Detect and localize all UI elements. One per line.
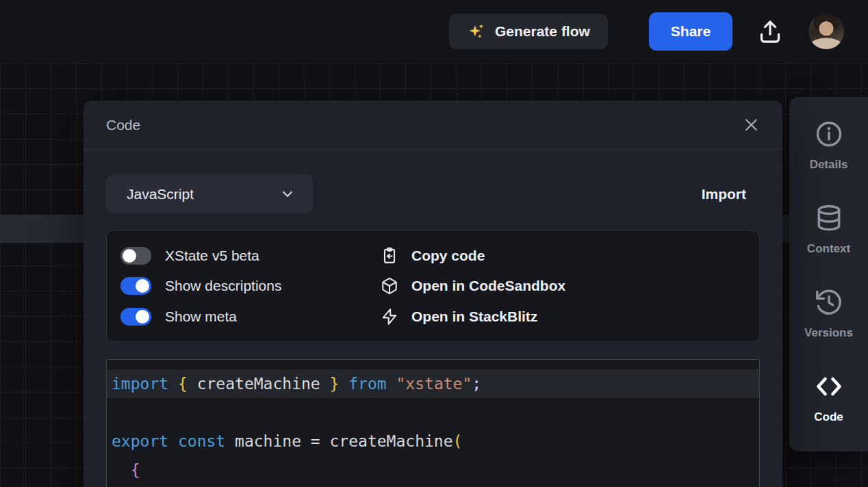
stackblitz-icon	[381, 308, 398, 326]
top-bar: Generate flow Share	[0, 0, 868, 63]
sidebar-item-versions[interactable]: Versions	[789, 287, 868, 340]
code-modal: Code JavaScript I	[84, 101, 782, 487]
sidebar-item-context[interactable]: Context	[789, 203, 868, 256]
toggle-row-show-descriptions: Show descriptions	[120, 271, 381, 301]
code-line	[107, 398, 759, 427]
toggle-label: Show meta	[165, 308, 237, 325]
code-token: {	[131, 461, 140, 479]
generate-flow-label: Generate flow	[495, 23, 590, 40]
toggle-row-show-meta: Show meta	[120, 302, 381, 332]
toggle-label: XState v5 beta	[165, 248, 259, 264]
toggle-show-descriptions[interactable]	[120, 277, 151, 295]
close-icon	[743, 116, 760, 133]
code-token: (	[453, 432, 463, 450]
code-token: machine = createMachine	[225, 432, 452, 450]
code-token: ;	[472, 375, 481, 393]
export-button[interactable]	[754, 15, 787, 48]
upload-icon	[756, 18, 784, 45]
action-open-in-codesandbox[interactable]: Open in CodeSandbox	[381, 271, 759, 301]
code-editor[interactable]: import { createMachine } from "xstate";e…	[106, 359, 760, 487]
generate-flow-button[interactable]: Generate flow	[449, 14, 608, 49]
language-dropdown[interactable]: JavaScript	[106, 174, 313, 213]
close-button[interactable]	[739, 113, 763, 137]
copy-icon	[381, 247, 398, 265]
toggle-label: Show descriptions	[165, 278, 281, 294]
history-icon	[814, 287, 844, 317]
action-copy-code[interactable]: Copy code	[381, 241, 759, 271]
code-modal-body: JavaScript Import XState v5 betaShow des…	[84, 150, 782, 487]
export-options-box: XState v5 betaShow descriptionsShow meta…	[106, 231, 760, 342]
code-token: const	[178, 432, 225, 450]
toggle-knob	[123, 249, 136, 263]
toggle-knob	[136, 279, 149, 293]
language-dropdown-value: JavaScript	[127, 186, 194, 202]
code-token	[168, 432, 178, 450]
toggle-row-xstate-v5-beta: XState v5 beta	[120, 241, 381, 271]
chevron-down-icon	[280, 187, 295, 202]
code-token: from	[348, 375, 386, 393]
code-token	[168, 375, 178, 393]
info-icon	[814, 119, 844, 149]
code-line: {	[107, 456, 759, 484]
action-label: Open in StackBlitz	[411, 308, 537, 325]
import-button[interactable]: Import	[702, 186, 746, 202]
code-token: export	[112, 432, 168, 450]
user-avatar[interactable]	[808, 14, 844, 49]
code-line: export const machine = createMachine(	[107, 427, 759, 456]
action-label: Open in CodeSandbox	[411, 278, 565, 294]
codesandbox-icon	[381, 277, 398, 295]
code-modal-header: Code	[84, 101, 782, 150]
toggles-column: XState v5 betaShow descriptionsShow meta	[120, 241, 381, 332]
toggle-xstate-v5-beta[interactable]	[120, 247, 151, 265]
code-line-active: import { createMachine } from "xstate";	[107, 369, 759, 398]
sidebar-item-label: Details	[810, 158, 848, 172]
code-token: createMachine	[188, 375, 330, 393]
right-panel-rail: DetailsContextVersionsCode	[789, 97, 868, 451]
share-button[interactable]: Share	[649, 12, 732, 51]
modal-title: Code	[106, 117, 140, 133]
code-token: "xstate"	[396, 375, 472, 393]
database-icon	[814, 203, 844, 233]
sidebar-item-details[interactable]: Details	[789, 119, 868, 172]
sidebar-item-label: Versions	[804, 326, 853, 340]
sidebar-item-label: Code	[814, 410, 843, 424]
sidebar-item-code[interactable]: Code	[789, 371, 868, 424]
code-token: {	[178, 375, 188, 393]
toggle-show-meta[interactable]	[120, 308, 151, 326]
toggle-knob	[136, 310, 149, 324]
sparkles-icon	[467, 23, 485, 41]
actions-column: Copy codeOpen in CodeSandboxOpen in Stac…	[381, 241, 759, 332]
code-token: }	[330, 375, 340, 393]
code-token	[387, 375, 396, 393]
app-window: Generate flow Share Code	[0, 0, 868, 487]
code-token	[339, 375, 348, 393]
action-label: Copy code	[411, 248, 485, 264]
code-token	[112, 461, 131, 479]
action-open-in-stackblitz[interactable]: Open in StackBlitz	[381, 302, 759, 332]
sidebar-item-label: Context	[807, 242, 850, 256]
code-icon	[814, 371, 844, 402]
code-token: import	[112, 375, 168, 393]
